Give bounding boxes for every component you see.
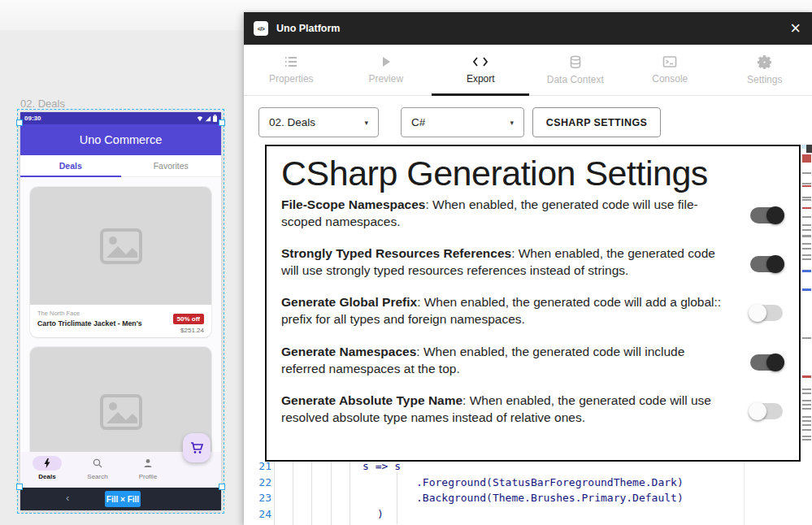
console-icon bbox=[662, 55, 677, 68]
nav-item-search[interactable]: Search bbox=[72, 452, 123, 488]
csharp-settings-dialog: CSharp Generation Settings File-Scope Na… bbox=[265, 145, 801, 462]
minimap-mark bbox=[802, 216, 811, 218]
minimap-mark bbox=[802, 183, 811, 184]
page-select[interactable]: 02. Deals ▾ bbox=[258, 107, 379, 137]
setting-name: Generate Namespaces bbox=[281, 345, 416, 358]
minimap-mark bbox=[802, 393, 811, 394]
cart-fab-button[interactable] bbox=[183, 433, 211, 462]
product-brand: The North Face bbox=[37, 310, 173, 317]
app-tab-deals[interactable]: Deals bbox=[20, 155, 121, 176]
phone-preview[interactable]: 09:30 Uno Commerce Deals Favorites bbox=[20, 112, 221, 510]
tab-preview[interactable]: Preview bbox=[339, 45, 434, 95]
phone-status-bar: 09:30 bbox=[20, 112, 221, 124]
minimap-corner-mark bbox=[806, 145, 812, 153]
minimap-mark bbox=[802, 429, 811, 431]
tab-data-context[interactable]: Data Context bbox=[528, 45, 623, 95]
toggle-generate-namespaces[interactable] bbox=[749, 353, 784, 372]
minimap-mark bbox=[802, 254, 811, 256]
setting-row: File-Scope Namespaces: When enabled, the… bbox=[281, 197, 784, 231]
minimap-mark bbox=[802, 199, 811, 201]
app-tab-bar: Deals Favorites bbox=[20, 155, 221, 177]
panel-title: Uno Platform bbox=[276, 23, 340, 34]
code-line: 23.Background(Theme.Brushes.Primary.Defa… bbox=[244, 490, 812, 506]
minimap-mark bbox=[802, 270, 811, 272]
minimap[interactable] bbox=[801, 145, 812, 486]
selection-handle[interactable] bbox=[219, 484, 225, 490]
minimap-mark bbox=[802, 229, 811, 231]
product-card[interactable]: The North Face Carto Triclimate Jacket -… bbox=[30, 187, 211, 337]
close-icon[interactable]: × bbox=[790, 20, 801, 37]
minimap-mark bbox=[802, 289, 811, 291]
minimap-mark bbox=[802, 248, 811, 249]
active-nav-pill bbox=[33, 456, 62, 471]
minimap-mark bbox=[802, 243, 811, 245]
nav-item-deals[interactable]: Deals bbox=[22, 452, 72, 488]
nav-item-profile[interactable]: Profile bbox=[123, 452, 173, 488]
lightning-icon bbox=[44, 458, 50, 468]
size-badge: Fill × Fill bbox=[105, 491, 141, 507]
setting-name: Generate Global Prefix bbox=[281, 295, 417, 309]
minimap-mark bbox=[802, 235, 811, 237]
language-select[interactable]: C# ▾ bbox=[401, 107, 524, 137]
tab-settings[interactable]: Settings bbox=[718, 45, 812, 95]
toggle-file-scope-namespaces[interactable] bbox=[749, 206, 784, 225]
minimap-mark bbox=[802, 207, 811, 209]
csharp-settings-button[interactable]: CSHARP SETTINGS bbox=[532, 107, 661, 137]
toggle-generate-global-prefix[interactable] bbox=[749, 303, 784, 323]
code-line: 24) bbox=[244, 506, 812, 523]
tab-properties[interactable]: Properties bbox=[244, 45, 339, 95]
minimap-mark bbox=[802, 436, 811, 437]
tab-console[interactable]: Console bbox=[623, 45, 718, 95]
selection-handle[interactable] bbox=[219, 119, 225, 126]
minimap-mark bbox=[802, 424, 811, 426]
product-name: Carto Triclimate Jacket - Men's bbox=[37, 319, 173, 328]
minimap-mark bbox=[802, 439, 811, 440]
product-price: $251.24 bbox=[173, 327, 204, 334]
dialog-title: CSharp Generation Settings bbox=[281, 153, 784, 194]
tab-export[interactable]: Export bbox=[433, 45, 528, 95]
minimap-mark bbox=[802, 404, 811, 406]
code-line: 25Resources bbox=[244, 522, 812, 525]
uno-logo-icon: </> bbox=[254, 21, 268, 36]
setting-name: File-Scope Namespaces bbox=[281, 197, 425, 211]
selection-handle[interactable] bbox=[16, 119, 23, 126]
battery-icon bbox=[213, 115, 217, 122]
android-nav-bar: ‹ Fill × Fill bbox=[20, 488, 221, 510]
uno-platform-panel: </> Uno Platform × Properties Preview Ex… bbox=[244, 12, 812, 525]
minimap-mark bbox=[802, 388, 811, 390]
back-chevron-icon[interactable]: ‹ bbox=[66, 492, 69, 504]
profile-icon bbox=[143, 458, 153, 468]
chevron-down-icon: ▾ bbox=[364, 119, 368, 127]
panel-header: </> Uno Platform × bbox=[244, 12, 812, 45]
export-toolbar: 02. Deals ▾ C# ▾ CSHARP SETTINGS bbox=[244, 96, 812, 149]
minimap-mark bbox=[802, 375, 811, 378]
signal-icon bbox=[205, 115, 211, 122]
setting-name: Generate Absolute Type Name bbox=[281, 393, 462, 407]
wifi-icon bbox=[197, 115, 203, 122]
app-title: Uno Commerce bbox=[80, 133, 163, 146]
minimap-mark bbox=[802, 400, 811, 401]
minimap-mark bbox=[802, 416, 811, 418]
discount-badge: 50% off bbox=[173, 314, 204, 324]
code-lines[interactable]: 21s => s22.Foreground(StatusBarForegroun… bbox=[244, 458, 812, 525]
search-icon bbox=[93, 458, 102, 468]
toggle-generate-absolute-type-name[interactable] bbox=[749, 401, 784, 421]
setting-row: Generate Absolute Type Name: When enable… bbox=[281, 393, 784, 427]
app-tab-favorites[interactable]: Favorites bbox=[121, 155, 222, 176]
minimap-mark bbox=[802, 224, 811, 226]
selection-handle[interactable] bbox=[16, 484, 23, 490]
minimap-mark bbox=[802, 172, 811, 174]
minimap-mark bbox=[802, 337, 811, 339]
setting-row: Generate Global Prefix: When enabled, th… bbox=[281, 294, 784, 328]
toggle-strongly-typed-resources[interactable] bbox=[749, 254, 784, 274]
minimap-mark bbox=[802, 185, 811, 187]
setting-name: Strongly Typed Resources References bbox=[281, 246, 511, 260]
product-image-placeholder bbox=[30, 187, 211, 305]
artboard-label: 02. Deals bbox=[20, 98, 65, 110]
properties-icon bbox=[284, 55, 298, 68]
play-icon bbox=[380, 55, 393, 68]
minimap-mark bbox=[802, 408, 811, 410]
code-icon bbox=[472, 55, 489, 68]
app-bar: Uno Commerce bbox=[20, 124, 221, 155]
code-line: 22.Foreground(StatusBarForegroundTheme.D… bbox=[244, 475, 812, 491]
